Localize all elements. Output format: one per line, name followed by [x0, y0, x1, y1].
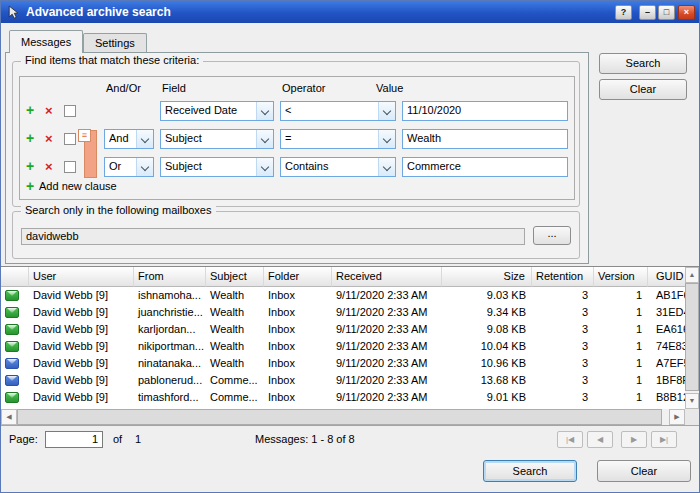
value-input[interactable]: Commerce	[402, 157, 568, 177]
clause-group-icon: ≡	[78, 129, 91, 142]
column-header-folder[interactable]: Folder	[264, 267, 332, 287]
status-bar: Page: 1 of 1 Messages: 1 - 8 of 8 |◀ ◀ ▶…	[1, 425, 699, 453]
cell-user: David Webb [9]	[29, 355, 134, 372]
first-page-button[interactable]: |◀	[557, 431, 583, 448]
maximize-icon[interactable]: □	[658, 5, 675, 20]
previous-page-button[interactable]: ◀	[587, 431, 613, 448]
operator-select[interactable]: <	[280, 101, 396, 121]
cell-size: 9.03 KB	[442, 287, 532, 304]
column-header-subject[interactable]: Subject	[206, 267, 264, 287]
mail-icon	[5, 341, 19, 352]
search-button[interactable]: Search	[599, 53, 687, 74]
table-row[interactable]: David Webb [9] timashford... Comme... In…	[1, 389, 685, 406]
cell-received: 9/11/2020 2:33 AM	[332, 389, 442, 406]
andor-select-value: Or	[109, 160, 135, 172]
clause-checkbox[interactable]	[64, 105, 76, 117]
cell-version: 1	[594, 389, 648, 406]
criteria-row: + × And Subject = Wealth	[20, 129, 574, 151]
clear-button[interactable]: Clear	[599, 79, 687, 100]
results-header: User From Subject Folder Received Size R…	[1, 267, 685, 287]
chevron-down-icon	[378, 102, 395, 120]
table-row[interactable]: David Webb [9] nikiportman... Wealth Inb…	[1, 338, 685, 355]
help-icon[interactable]: ?	[615, 5, 632, 20]
scroll-down-button[interactable]: ▼	[685, 393, 699, 409]
cell-icon	[1, 372, 29, 389]
operator-select[interactable]: Contains	[280, 157, 396, 177]
close-icon[interactable]: ×	[678, 5, 695, 20]
operator-select[interactable]: =	[280, 129, 396, 149]
cell-from: karljordan...	[134, 321, 206, 338]
chevron-down-icon	[378, 158, 395, 176]
h-scrollbar[interactable]: ◀ ▶	[1, 409, 685, 425]
results-table: User From Subject Folder Received Size R…	[1, 267, 685, 409]
cell-icon	[1, 355, 29, 372]
window-title: Advanced archive search	[26, 5, 615, 19]
value-input[interactable]: Wealth	[402, 129, 568, 149]
column-header-icon[interactable]	[1, 267, 29, 287]
table-row[interactable]: David Webb [9] karljordan... Wealth Inbo…	[1, 321, 685, 338]
next-page-button[interactable]: ▶	[621, 431, 647, 448]
title-bar[interactable]: Advanced archive search ? – □ ×	[1, 1, 699, 23]
app-icon	[6, 5, 21, 20]
v-scrollbar-thumb[interactable]	[685, 283, 699, 391]
scroll-up-button[interactable]: ▲	[685, 267, 699, 283]
cell-user: David Webb [9]	[29, 372, 134, 389]
mail-icon	[5, 392, 19, 403]
column-header-from[interactable]: From	[134, 267, 206, 287]
clear-button-footer[interactable]: Clear	[597, 460, 691, 482]
andor-select[interactable]: And	[104, 129, 154, 149]
tab-messages[interactable]: Messages	[9, 30, 83, 53]
field-select[interactable]: Received Date	[160, 101, 274, 121]
search-button-footer[interactable]: Search	[483, 460, 577, 482]
clause-checkbox[interactable]	[64, 161, 76, 173]
table-row[interactable]: David Webb [9] ishnamoha... Wealth Inbox…	[1, 287, 685, 304]
add-clause-icon[interactable]: +	[26, 158, 34, 174]
scroll-right-button[interactable]: ▶	[669, 409, 685, 425]
down-arrow-icon: ▼	[689, 397, 696, 404]
criteria-groupbox: Find items that match these criteria: An…	[12, 61, 580, 207]
cell-folder: Inbox	[264, 321, 332, 338]
cell-version: 1	[594, 355, 648, 372]
field-select[interactable]: Subject	[160, 129, 274, 149]
table-row[interactable]: David Webb [9] ninatanaka... Wealth Inbo…	[1, 355, 685, 372]
v-scrollbar[interactable]: ▲ ▼	[685, 267, 699, 409]
field-select[interactable]: Subject	[160, 157, 274, 177]
cell-icon	[1, 321, 29, 338]
cell-size: 13.68 KB	[442, 372, 532, 389]
tab-settings[interactable]: Settings	[83, 33, 147, 53]
table-row[interactable]: David Webb [9] juanchristie... Wealth In…	[1, 304, 685, 321]
advanced-archive-search-dialog: Advanced archive search ? – □ × Messages…	[0, 0, 700, 493]
cell-subject: Wealth	[206, 287, 264, 304]
cell-from: timashford...	[134, 389, 206, 406]
column-header-retention[interactable]: Retention	[532, 267, 594, 287]
minimize-icon[interactable]: –	[639, 5, 656, 20]
delete-clause-icon[interactable]: ×	[45, 159, 53, 174]
cell-user: David Webb [9]	[29, 304, 134, 321]
table-row[interactable]: David Webb [9] pablonerud... Comme... In…	[1, 372, 685, 389]
add-clause-icon[interactable]: +	[26, 102, 34, 118]
page-input[interactable]: 1	[45, 431, 103, 448]
cell-size: 10.96 KB	[442, 355, 532, 372]
h-scrollbar-thumb[interactable]	[17, 409, 662, 425]
add-new-clause-link[interactable]: + Add new clause	[20, 177, 574, 195]
column-header-size[interactable]: Size	[442, 267, 532, 287]
cell-user: David Webb [9]	[29, 287, 134, 304]
cell-subject: Wealth	[206, 338, 264, 355]
column-header-received[interactable]: Received	[332, 267, 442, 287]
delete-clause-icon[interactable]: ×	[45, 131, 53, 146]
last-page-button[interactable]: ▶|	[651, 431, 677, 448]
cell-folder: Inbox	[264, 287, 332, 304]
andor-select[interactable]: Or	[104, 157, 154, 177]
cell-guid: EA616	[648, 321, 685, 338]
column-header-user[interactable]: User	[29, 267, 134, 287]
mailboxes-input[interactable]: davidwebb	[21, 228, 525, 245]
field-select-value: Subject	[165, 132, 255, 144]
delete-clause-icon[interactable]: ×	[45, 103, 53, 118]
add-clause-icon[interactable]: +	[26, 130, 34, 146]
scroll-left-button[interactable]: ◀	[1, 409, 17, 425]
column-header-guid[interactable]: GUID	[648, 267, 685, 287]
browse-mailboxes-button[interactable]: ...	[533, 226, 571, 245]
column-header-version[interactable]: Version	[594, 267, 648, 287]
value-input[interactable]: 11/10/2020	[402, 101, 568, 121]
clause-checkbox[interactable]	[64, 133, 76, 145]
